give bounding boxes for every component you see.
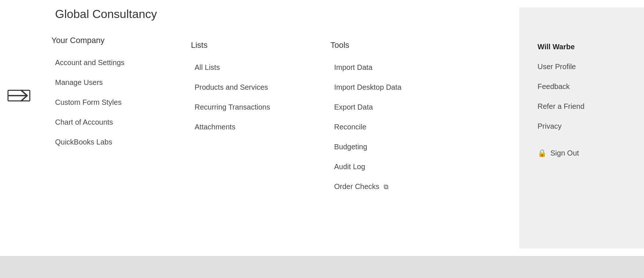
main-columns: Global Consultancy Your Company Account … [40, 0, 644, 256]
account-settings-item[interactable]: Account and Settings [51, 53, 169, 72]
page-wrapper: Global Consultancy Your Company Account … [0, 0, 644, 278]
sign-out-label: Sign Out [550, 149, 579, 157]
attachments-item[interactable]: Attachments [191, 117, 308, 137]
budgeting-item[interactable]: Budgeting [330, 137, 448, 157]
audit-log-item[interactable]: Audit Log [330, 157, 448, 177]
import-desktop-data-item[interactable]: Import Desktop Data [330, 77, 448, 97]
recurring-transactions-item[interactable]: Recurring Transactions [191, 97, 308, 117]
products-services-item[interactable]: Products and Services [191, 77, 308, 97]
company-title: Global Consultancy [51, 7, 169, 21]
your-company-column: Global Consultancy Your Company Account … [40, 7, 180, 249]
manage-users-item[interactable]: Manage Users [51, 72, 169, 92]
user-panel: Will Warbe User Profile Feedback Refer a… [519, 7, 644, 249]
quickbooks-labs-item[interactable]: QuickBooks Labs [51, 132, 169, 152]
refer-friend-item[interactable]: Refer a Friend [534, 96, 629, 116]
your-company-header: Your Company [51, 36, 169, 45]
username: Will Warbe [534, 37, 629, 57]
feedback-item[interactable]: Feedback [534, 76, 629, 96]
tools-column: Tools Import Data Import Desktop Data Ex… [319, 7, 459, 249]
export-data-item[interactable]: Export Data [330, 97, 448, 117]
user-profile-item[interactable]: User Profile [534, 57, 629, 76]
lists-header: Lists [191, 40, 308, 50]
privacy-item[interactable]: Privacy [534, 116, 629, 136]
chart-of-accounts-item[interactable]: Chart of Accounts [51, 112, 169, 132]
arrow-section [0, 0, 40, 256]
lists-column: Lists All Lists Products and Services Re… [180, 7, 319, 249]
import-data-item[interactable]: Import Data [330, 57, 448, 77]
columns-area: Global Consultancy Your Company Account … [0, 0, 644, 256]
order-checks-item[interactable]: Order Checks ⧉ [330, 177, 448, 196]
tools-header: Tools [330, 40, 448, 50]
reconcile-item[interactable]: Reconcile [330, 117, 448, 137]
external-link-icon: ⧉ [384, 183, 388, 191]
bottom-bar [0, 256, 644, 278]
sign-out-item[interactable]: 🔒 Sign Out [534, 143, 629, 163]
custom-form-styles-item[interactable]: Custom Form Styles [51, 92, 169, 112]
arrow-icon [7, 88, 34, 103]
all-lists-item[interactable]: All Lists [191, 57, 308, 77]
lock-icon: 🔒 [538, 149, 547, 157]
